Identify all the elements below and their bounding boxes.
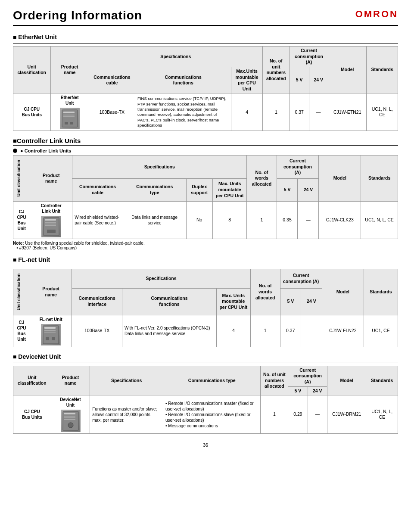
svg-rect-15 [44,332,56,333]
fl-th-functions: Communicationsfunctions [122,288,217,315]
fl-th-specifications: Specifications [72,269,251,288]
svg-rect-7 [45,219,56,221]
fl-td-24v: — [301,315,322,347]
controller-link-section: ■Controller Link Units ● Controller Link… [13,137,398,250]
controller-link-note: Note: Use the following special cable fo… [13,241,398,250]
eth-th-product: Productname [50,47,89,93]
dn-td-5v: 0.29 [288,395,308,434]
dn-td-classification: CJ CPUBus Units [13,395,51,434]
eth-td-24v: — [309,93,328,131]
eth-td-functions: FINS communications service (TCP/ IP, UD… [135,93,231,131]
devicenet-table: Unitclassification Productname Specifica… [13,366,398,434]
svg-rect-22 [64,419,75,420]
dn-th-classification: Unitclassification [13,366,51,395]
cl-td-5v: 0.35 [277,202,298,239]
flnet-unit-image [41,324,61,345]
cl-th-24v: 24 V [298,178,319,201]
svg-rect-21 [64,417,75,418]
page-title: Ordering Information [13,9,142,22]
svg-rect-17 [52,337,55,340]
flnet-section-title: ■ FL-net Unit [13,256,398,263]
cl-th-5v: 5 V [277,178,298,201]
ethernet-section: ■ EtherNet Unit Unitclassification Produ… [13,34,398,131]
dn-th-current: Currentconsumption (A) [288,366,327,386]
eth-td-cable: 100Base-TX [89,93,135,131]
devicenet-unit-image [61,410,81,432]
ethernet-unit-svg [61,109,78,128]
dn-td-specs: Functions as master and/or slave; allows… [90,395,163,434]
eth-td-standards: UC1, N, L, CE [367,93,398,131]
cl-td-standards: UC1, N, L, CE [361,202,398,239]
bullet-icon [13,149,17,153]
cl-th-standards: Standards [361,156,398,202]
eth-td-classification: CJ CPUBus Units [13,93,51,131]
cl-th-cable: Communicationscable [72,178,123,201]
cl-th-no-words: No. ofwordsallocated [247,156,277,202]
table-row: CJCPUBusUnit ControllerLink Unit [13,202,398,239]
table-row: CJ CPUBus Units DeviceNetUnit [13,395,398,434]
devicenet-section: ■ DeviceNet Unit Unitclassification Prod… [13,353,398,434]
cl-th-comm-type: Communicationstype [123,178,186,201]
eth-th-standards: Standards [367,47,398,93]
svg-rect-9 [45,224,56,224]
cl-td-24v: — [298,202,319,239]
svg-rect-4 [65,122,68,124]
eth-td-5v: 0.37 [290,93,309,131]
svg-rect-13 [44,327,56,329]
fl-th-24v: 24 V [301,288,322,315]
dn-th-no-units: No. of unit numbers allocated [261,366,288,395]
eth-th-model: Model [328,47,367,93]
fl-td-model: CJ1W-FLN22 [322,315,364,347]
eth-th-no-units: No. ofunitnumbersallocated [262,47,290,93]
cl-td-no-words: 1 [247,202,277,239]
controller-link-image [41,216,61,237]
ethernet-section-title: ■ EtherNet Unit [13,34,398,40]
dn-th-product: Productname [51,366,90,395]
eth-th-functions: Communicationsfunctions [135,67,231,93]
eth-th-classification: Unitclassification [13,47,51,93]
dn-td-model: CJ1W-DRM21 [327,395,366,434]
dn-th-5v: 5 V [288,386,308,395]
flnet-unit-svg [42,325,59,345]
fl-th-model: Model [322,269,364,315]
dn-td-no-units: 1 [261,395,288,434]
cl-th-specifications: Specifications [72,156,247,178]
omron-logo: OMRON [355,9,398,20]
dn-th-model: Model [327,366,366,395]
page-number: 36 [13,442,398,448]
flnet-section: ■ FL-net Unit Unit classification Produc… [13,256,398,347]
eth-th-current: Currentconsumption (A) [290,47,328,67]
eth-td-model: CJ1W-ETN21 [328,93,367,131]
svg-rect-5 [70,122,73,124]
eth-th-24v: 24 V [309,67,328,93]
dn-th-specs: Specifications [90,366,163,395]
fl-th-5v: 5 V [280,288,301,315]
fl-td-product: FL-net Unit [30,315,72,347]
eth-th-specifications: Specifications [89,47,262,67]
controller-link-title: ■Controller Link Units [13,137,398,144]
svg-rect-14 [44,330,56,331]
fl-th-standards: Standards [364,269,398,315]
devicenet-section-title: ■ DeviceNet Unit [13,353,398,360]
cl-th-duplex: Duplexsupport [186,178,212,201]
ethernet-table: Unitclassification Productname Specifica… [13,46,398,131]
fl-td-functions: With FL-net Ver. 2.0 specifications (OPC… [122,315,217,347]
svg-rect-3 [63,116,75,117]
fl-th-no-words: No. ofwordsallocated [250,269,280,315]
cl-td-model: CJ1W-CLK23 [319,202,361,239]
controller-link-table: Unit classification Productname Specific… [13,155,398,239]
dn-unit-svg [62,411,79,431]
fl-td-classification: CJCPUBusUnit [13,315,30,347]
svg-rect-2 [63,115,75,115]
fl-td-standards: UC1, CE [364,315,398,347]
eth-td-no-units: 1 [262,93,290,131]
page-header: Ordering Information OMRON [13,9,398,26]
cl-th-classification: Unit classification [13,156,30,202]
svg-point-23 [68,423,73,428]
cl-td-duplex: No [186,202,212,239]
dn-td-product: DeviceNetUnit [51,395,90,434]
fl-th-current: Currentconsumption (A) [280,269,322,288]
svg-rect-19 [64,413,75,414]
eth-td-product: EtherNetUnit [50,93,89,131]
cl-th-model: Model [319,156,361,202]
